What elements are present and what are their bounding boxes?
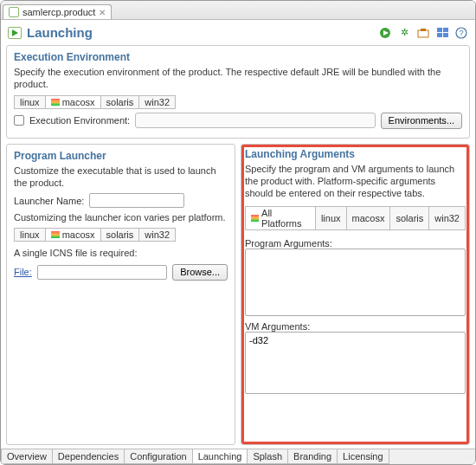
args-tab-linux[interactable]: linux	[316, 206, 347, 230]
exec-env-row: Execution Environment: Environments...	[14, 113, 462, 129]
flag-icon	[251, 215, 259, 222]
toolbar: ✲ ?	[378, 26, 468, 40]
launcher-icon-note: Customizing the launcher icon varies per…	[14, 211, 228, 223]
vm-args-label: VM Arguments:	[245, 321, 466, 332]
program-args-input[interactable]	[245, 249, 466, 316]
tab-splash[interactable]: Splash	[248, 449, 288, 464]
page-title: Launching	[27, 25, 93, 40]
args-tab-all[interactable]: All Platforms	[245, 206, 316, 230]
tab-dependencies[interactable]: Dependencies	[53, 449, 125, 464]
file-label-link[interactable]: File:	[14, 267, 32, 277]
exec-env-checkbox[interactable]	[14, 115, 24, 126]
tab-licensing[interactable]: Licensing	[338, 449, 389, 464]
exec-env-tab-win32[interactable]: win32	[139, 95, 176, 109]
svg-rect-8	[443, 33, 448, 37]
args-tab-win32[interactable]: win32	[429, 206, 466, 230]
flag-icon	[51, 99, 60, 106]
svg-rect-7	[437, 33, 442, 37]
bottom-tabs: Overview Dependencies Configuration Laun…	[1, 449, 475, 464]
svg-rect-4	[421, 29, 426, 31]
launching-arguments-desc: Specify the program and VM arguments to …	[245, 163, 466, 200]
debug-icon[interactable]: ✲	[397, 26, 411, 40]
exec-env-tab-linux[interactable]: linux	[14, 95, 46, 109]
launcher-tab-macosx[interactable]: macosx	[46, 228, 101, 242]
icns-file-input[interactable]	[37, 265, 167, 280]
args-tab-macosx[interactable]: macosx	[347, 206, 391, 230]
editor-tab-label: samlercp.product	[23, 7, 95, 17]
launching-arguments-title: Launching Arguments	[245, 148, 466, 160]
svg-rect-3	[418, 30, 428, 37]
execution-environment-panel: Execution Environment Specify the execut…	[6, 45, 470, 139]
args-tab-solaris[interactable]: solaris	[390, 206, 429, 230]
program-launcher-panel: Program Launcher Customize the executabl…	[6, 144, 235, 445]
exec-env-tab-solaris[interactable]: solaris	[101, 95, 140, 109]
tab-launching[interactable]: Launching	[193, 449, 248, 464]
views-icon[interactable]	[435, 26, 449, 40]
tab-branding[interactable]: Branding	[288, 449, 338, 464]
launching-arguments-panel: Launching Arguments Specify the program …	[241, 144, 470, 445]
launcher-tab-linux[interactable]: linux	[14, 228, 46, 242]
exec-env-combo[interactable]	[135, 113, 375, 128]
launcher-os-tabs: linux macosx solaris win32	[14, 228, 228, 242]
exec-env-tab-macosx[interactable]: macosx	[46, 95, 101, 109]
launcher-name-label: Launcher Name:	[14, 196, 84, 206]
run-icon[interactable]	[378, 26, 392, 40]
launcher-name-input[interactable]	[89, 193, 184, 208]
close-icon[interactable]: ✕	[99, 8, 106, 17]
editor-tabstrip: samlercp.product ✕	[1, 1, 475, 20]
launcher-tab-win32[interactable]: win32	[139, 228, 176, 242]
program-launcher-title: Program Launcher	[14, 150, 228, 162]
svg-rect-6	[443, 28, 448, 32]
exec-env-checkbox-label: Execution Environment:	[29, 115, 130, 126]
launcher-tab-solaris[interactable]: solaris	[101, 228, 140, 242]
editor-tab[interactable]: samlercp.product ✕	[3, 4, 112, 19]
page-title-container: Launching	[8, 25, 93, 40]
args-os-tabs: All Platforms linux macosx solaris win32	[245, 206, 466, 230]
launching-icon	[8, 27, 22, 39]
tab-overview[interactable]: Overview	[1, 449, 53, 464]
execution-environment-desc: Specify the execution environment of the…	[14, 66, 462, 91]
program-launcher-desc: Customize the executable that is used to…	[14, 165, 228, 190]
svg-rect-5	[437, 28, 442, 32]
export-icon[interactable]	[416, 26, 430, 40]
vm-args-input[interactable]: -d32	[245, 332, 466, 394]
flag-icon	[51, 231, 60, 238]
environments-button[interactable]: Environments...	[381, 113, 462, 129]
svg-marker-0	[12, 29, 18, 36]
svg-text:?: ?	[459, 29, 463, 37]
program-args-label: Program Arguments:	[245, 238, 466, 249]
execution-environment-title: Execution Environment	[14, 51, 462, 63]
help-icon[interactable]: ?	[454, 26, 468, 40]
icns-note: A single ICNS file is required:	[14, 247, 228, 259]
browse-button[interactable]: Browse...	[172, 264, 228, 281]
file-icon	[9, 7, 19, 17]
exec-env-os-tabs: linux macosx solaris win32	[14, 95, 462, 109]
page-header: Launching ✲ ?	[1, 20, 475, 45]
tab-configuration[interactable]: Configuration	[125, 449, 192, 464]
